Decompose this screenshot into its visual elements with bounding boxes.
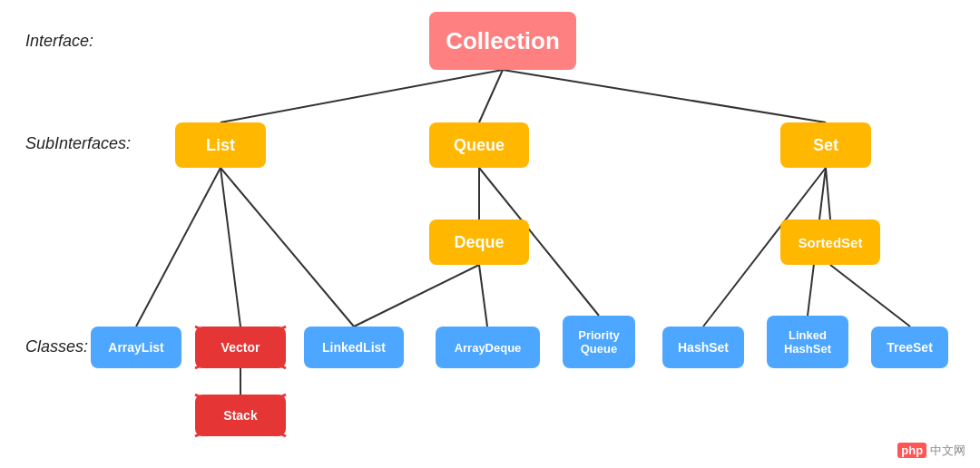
node-hashset: HashSet <box>662 327 744 368</box>
node-linkedhashset: Linked HashSet <box>767 316 848 368</box>
watermark: php 中文网 <box>897 443 965 459</box>
node-deque: Deque <box>429 219 529 265</box>
svg-line-8 <box>479 265 487 327</box>
node-collection: Collection <box>429 12 576 70</box>
node-treeset: TreeSet <box>871 327 948 368</box>
node-vector: Vector <box>195 327 286 368</box>
interface-label: Interface: <box>25 32 93 51</box>
node-arraydeque: ArrayDeque <box>436 327 540 368</box>
node-linkedlist: LinkedList <box>304 327 404 368</box>
svg-line-1 <box>479 70 503 122</box>
svg-line-2 <box>503 70 826 122</box>
diagram: Interface: SubInterfaces: Classes: Colle… <box>0 0 980 468</box>
svg-line-9 <box>354 265 479 327</box>
node-list: List <box>175 122 266 168</box>
svg-line-3 <box>136 168 220 327</box>
svg-line-11 <box>826 168 830 219</box>
node-queue: Queue <box>429 122 529 168</box>
node-set: Set <box>780 122 871 168</box>
svg-line-0 <box>220 70 503 122</box>
node-sortedset: SortedSet <box>780 219 880 265</box>
subinterfaces-label: SubInterfaces: <box>25 134 131 153</box>
node-priorityqueue: Priority Queue <box>563 316 635 368</box>
svg-line-5 <box>220 168 354 327</box>
svg-line-4 <box>220 168 240 327</box>
node-stack: Stack <box>195 395 286 436</box>
node-arraylist: ArrayList <box>91 327 181 368</box>
classes-label: Classes: <box>25 337 88 356</box>
